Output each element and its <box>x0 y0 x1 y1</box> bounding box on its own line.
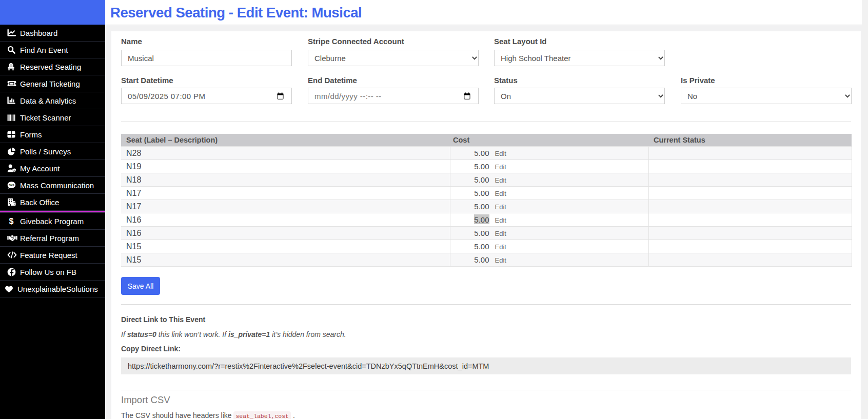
svg-text:SMS: SMS <box>9 184 14 187</box>
svg-text:$: $ <box>9 217 14 226</box>
